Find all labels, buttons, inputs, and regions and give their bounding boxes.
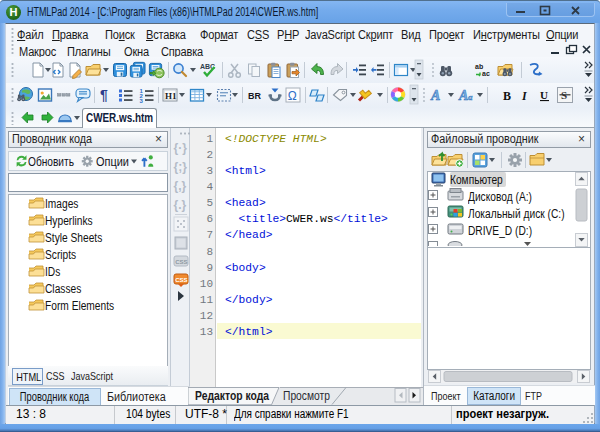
svg-text:3: 3 xyxy=(140,98,144,104)
svg-text:H1: H1 xyxy=(165,91,177,101)
svg-text:{,}: {,} xyxy=(174,179,187,193)
svg-text:ac: ac xyxy=(482,70,490,77)
svg-text:¶: ¶ xyxy=(100,87,108,103)
svg-text:Редактор кода: Редактор кода xyxy=(195,389,269,403)
svg-text:CSS: CSS xyxy=(175,277,187,283)
svg-text:a: a xyxy=(468,92,473,102)
svg-text:U: U xyxy=(540,89,548,101)
svg-text:Обновить: Обновить xyxy=(28,155,74,169)
svg-text:{·}: {·} xyxy=(174,141,188,155)
svg-text:Опции: Опции xyxy=(96,155,129,169)
svg-text:{.}: {.} xyxy=(174,198,187,212)
svg-text:BR: BR xyxy=(248,90,261,101)
svg-text:B: B xyxy=(503,89,511,103)
svg-text:Просмотр: Просмотр xyxy=(283,389,330,403)
svg-text:A: A xyxy=(430,88,440,103)
svg-text:{;}: {;} xyxy=(174,160,188,174)
svg-text:CSS: CSS xyxy=(175,259,187,265)
svg-text:Ω: Ω xyxy=(288,89,297,103)
svg-text:ab: ab xyxy=(475,63,483,70)
svg-text:A: A xyxy=(458,88,468,103)
svg-text:I: I xyxy=(521,89,528,103)
